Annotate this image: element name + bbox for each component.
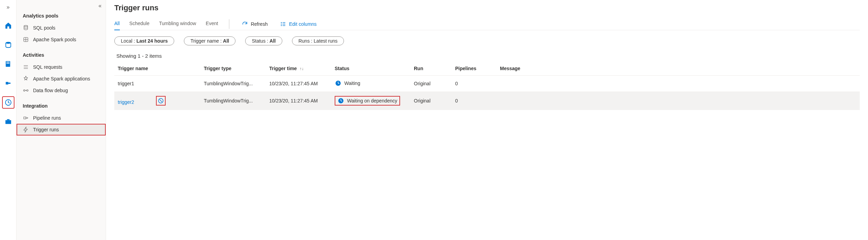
tab-all[interactable]: All (114, 18, 120, 30)
svg-point-7 (24, 25, 28, 27)
sql-requests-icon (23, 64, 29, 70)
svg-point-0 (6, 42, 11, 44)
icon-rail: » (0, 0, 17, 240)
data-flow-debug-icon (23, 87, 29, 94)
col-run[interactable]: Run (410, 62, 452, 76)
cell-status: Waiting on dependency (331, 92, 410, 110)
rail-develop[interactable] (3, 58, 14, 69)
main-content: Trigger runs All Schedule Tumbling windo… (106, 0, 868, 240)
cell-trigger-type: TumblingWindowTrig... (200, 76, 266, 92)
col-message[interactable]: Message (496, 62, 860, 76)
spark-apps-icon (23, 76, 29, 82)
rail-monitor[interactable] (3, 97, 14, 108)
svg-point-10 (27, 90, 28, 91)
table-row[interactable]: trigger1 TumblingWindowTrig... 10/23/20,… (114, 76, 860, 92)
svg-rect-6 (7, 119, 9, 120)
waiting-dependency-icon (337, 97, 344, 104)
sidebar-item-data-flow-debug[interactable]: Data flow debug (17, 85, 106, 96)
rail-home[interactable] (3, 20, 14, 31)
sidebar-item-label: SQL requests (33, 64, 62, 70)
svg-rect-2 (6, 62, 9, 63)
cell-pipelines: 0 (452, 92, 496, 110)
table-row[interactable]: trigger2 TumblingWindowTrig... 10/23/20,… (114, 92, 860, 110)
edit-columns-label: Edit columns (289, 21, 316, 27)
spark-pools-icon (23, 36, 29, 43)
sidebar-item-label: Apache Spark pools (33, 37, 76, 42)
tab-row: All Schedule Tumbling window Event Refre… (114, 18, 860, 30)
filter-trigger-name-value: All (223, 38, 229, 44)
filter-status[interactable]: Status : All (245, 36, 282, 45)
trigger-link[interactable]: trigger2 (118, 99, 134, 105)
sidebar-item-apache-spark-applications[interactable]: Apache Spark applications (17, 73, 106, 85)
showing-text: Showing 1 - 2 items (114, 53, 860, 59)
sidebar-item-pipeline-runs[interactable]: Pipeline runs (17, 112, 106, 124)
tab-tumbling-window[interactable]: Tumbling window (159, 18, 196, 30)
cell-trigger-time: 10/23/20, 11:27:45 AM (266, 92, 331, 110)
pipeline-runs-icon (23, 115, 29, 121)
sort-icon: ↑↓ (300, 66, 304, 71)
filter-status-label: Status : (252, 38, 268, 44)
col-pipelines[interactable]: Pipelines (452, 62, 496, 76)
svg-point-9 (23, 90, 25, 91)
svg-rect-5 (5, 120, 11, 124)
stop-button[interactable] (156, 96, 166, 106)
page-title: Trigger runs (114, 3, 860, 12)
col-trigger-type[interactable]: Trigger type (200, 62, 266, 76)
refresh-icon (242, 21, 248, 27)
cell-trigger-type: TumblingWindowTrig... (200, 92, 266, 110)
col-status[interactable]: Status (331, 62, 410, 76)
sidebar-header-integration: Integration (17, 96, 106, 112)
col-trigger-name[interactable]: Trigger name (114, 62, 200, 76)
filter-local-label: Local : (121, 38, 135, 44)
filter-local[interactable]: Local : Last 24 hours (114, 36, 174, 45)
status-text: Waiting (344, 80, 360, 86)
filter-trigger-name-label: Trigger name : (190, 38, 222, 44)
rail-integrate[interactable] (3, 78, 14, 89)
expand-rail-button[interactable]: » (5, 3, 11, 12)
status-text: Waiting on dependency (347, 98, 397, 103)
waiting-icon (335, 80, 342, 87)
sidebar-item-apache-spark-pools[interactable]: Apache Spark pools (17, 34, 106, 45)
stop-icon (158, 98, 164, 104)
filter-runs[interactable]: Runs : Latest runs (292, 36, 344, 45)
rail-manage[interactable] (3, 116, 14, 127)
cell-trigger-name: trigger2 (114, 92, 200, 110)
cell-message (496, 76, 860, 92)
cell-pipelines: 0 (452, 76, 496, 92)
sidebar-item-sql-requests[interactable]: SQL requests (17, 61, 106, 73)
runs-table: Trigger name Trigger type Trigger time ↑… (114, 62, 860, 110)
refresh-button[interactable]: Refresh (240, 19, 269, 29)
sidebar-item-label: Apache Spark applications (33, 76, 90, 81)
cell-trigger-name: trigger1 (114, 76, 200, 92)
sidebar: « Analytics pools SQL pools Apache Spark… (17, 0, 106, 240)
filter-runs-value: Latest runs (314, 38, 337, 44)
cell-trigger-time: 10/23/20, 11:27:45 AM (266, 76, 331, 92)
sql-pools-icon (23, 25, 29, 31)
sidebar-header-activities: Activities (17, 45, 106, 61)
cell-message (496, 92, 860, 110)
collapse-sidebar-button[interactable]: « (98, 3, 102, 9)
sidebar-item-label: SQL pools (33, 25, 55, 31)
sidebar-item-trigger-runs[interactable]: Trigger runs (17, 124, 106, 135)
svg-rect-3 (6, 63, 9, 64)
col-trigger-time[interactable]: Trigger time ↑↓ (266, 62, 331, 76)
refresh-label: Refresh (251, 21, 268, 27)
col-trigger-time-label: Trigger time (269, 66, 297, 71)
filter-local-value: Last 24 hours (136, 38, 168, 44)
filter-trigger-name[interactable]: Trigger name : All (184, 36, 236, 45)
filter-runs-label: Runs : (299, 38, 312, 44)
sidebar-item-label: Pipeline runs (33, 115, 61, 121)
sidebar-item-label: Trigger runs (33, 127, 59, 132)
tab-schedule[interactable]: Schedule (129, 18, 149, 30)
rail-data[interactable] (3, 39, 14, 50)
sidebar-header-analytics-pools: Analytics pools (17, 3, 106, 22)
sidebar-item-sql-pools[interactable]: SQL pools (17, 22, 106, 34)
table-header-row: Trigger name Trigger type Trigger time ↑… (114, 62, 860, 76)
edit-columns-icon (280, 21, 286, 27)
cell-run: Original (410, 76, 452, 92)
tab-event[interactable]: Event (206, 18, 218, 30)
trigger-runs-icon (23, 127, 29, 133)
sidebar-item-label: Data flow debug (33, 88, 68, 93)
filter-status-value: All (270, 38, 276, 44)
edit-columns-button[interactable]: Edit columns (279, 19, 318, 29)
